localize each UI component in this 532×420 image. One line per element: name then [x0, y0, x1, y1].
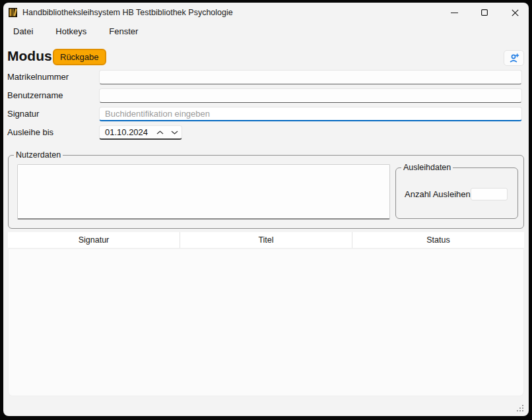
- books-icon: [8, 7, 18, 18]
- table-column-titel[interactable]: Titel: [180, 232, 352, 248]
- matrikelnummer-input[interactable]: [99, 70, 522, 84]
- ausleihdaten-groupbox: Ausleihdaten Anzahl Ausleihen: [395, 167, 518, 219]
- benutzername-label: Benutzername: [7, 88, 63, 103]
- window-title: Handbibliotheksleihsystem HB Testbibliot…: [22, 3, 233, 22]
- ausleihe-bis-label: Ausleihe bis: [7, 125, 53, 140]
- spinner-down-button[interactable]: [167, 126, 182, 138]
- menubar: Datei Hotkeys Fenster: [12, 24, 139, 40]
- minimize-icon: [451, 9, 458, 16]
- minimize-button[interactable]: [441, 3, 467, 22]
- mode-heading: Modus: [7, 48, 52, 64]
- nutzerdaten-textarea[interactable]: [17, 164, 390, 220]
- ausleihe-bis-date-spinner[interactable]: 01.10.2024: [99, 125, 182, 140]
- maximize-button[interactable]: [471, 3, 498, 22]
- signatur-input[interactable]: [99, 107, 522, 121]
- benutzername-input[interactable]: [99, 88, 522, 103]
- ausleihe-bis-value[interactable]: 01.10.2024: [100, 127, 152, 137]
- signatur-label: Signatur: [7, 107, 39, 121]
- close-icon: [512, 9, 519, 16]
- ausleihdaten-groupbox-title: Ausleihdaten: [401, 163, 453, 172]
- chevron-down-icon: [171, 131, 178, 135]
- table-header: Signatur Titel Status: [8, 232, 524, 249]
- table-column-status[interactable]: Status: [352, 232, 524, 248]
- resize-grip-icon[interactable]: [515, 403, 524, 412]
- anzahl-ausleihen-input[interactable]: [471, 188, 508, 200]
- person-add-icon: [509, 53, 519, 63]
- matrikelnummer-label: Matrikelnummer: [7, 70, 69, 84]
- titlebar: Handbibliotheksleihsystem HB Testbibliot…: [3, 3, 529, 22]
- spinner-up-button[interactable]: [152, 126, 167, 138]
- chevron-up-icon: [156, 131, 164, 135]
- mode-badge[interactable]: Rückgabe: [53, 49, 106, 65]
- menu-item-fenster[interactable]: Fenster: [108, 24, 139, 40]
- menu-item-hotkeys[interactable]: Hotkeys: [54, 24, 88, 40]
- nutzerdaten-groupbox: Nutzerdaten Ausleihdaten Anzahl Ausleihe…: [8, 155, 524, 229]
- nutzerdaten-groupbox-title: Nutzerdaten: [14, 150, 63, 160]
- maximize-icon: [481, 9, 488, 16]
- table-column-signatur[interactable]: Signatur: [8, 232, 180, 248]
- anzahl-ausleihen-label: Anzahl Ausleihen: [405, 189, 471, 199]
- menu-item-datei[interactable]: Datei: [12, 24, 34, 40]
- table-body-empty: [8, 249, 524, 396]
- app-window: Handbibliotheksleihsystem HB Testbibliot…: [3, 3, 529, 416]
- close-button[interactable]: [502, 3, 528, 22]
- add-user-button[interactable]: [504, 50, 524, 66]
